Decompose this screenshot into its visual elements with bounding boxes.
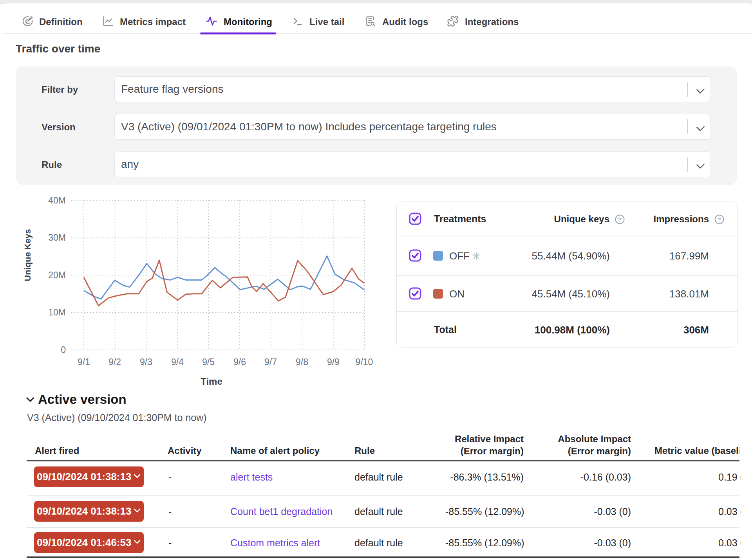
svg-text:?: ? (618, 216, 622, 223)
svg-text:?: ? (718, 216, 721, 223)
